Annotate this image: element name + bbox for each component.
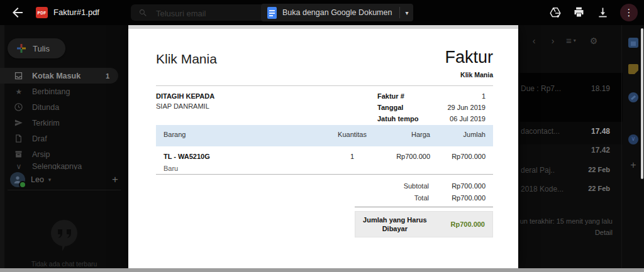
calendar-icon[interactable]	[628, 38, 638, 48]
keep-icon[interactable]	[628, 64, 638, 74]
email-row[interactable]: Due : Rp7... 18.19	[518, 84, 621, 93]
newer-icon[interactable]: ‹	[525, 36, 543, 46]
send-icon	[14, 118, 24, 128]
item-name: TL - WA5210G	[164, 153, 337, 160]
file-title: Faktur#1.pdf	[53, 0, 99, 25]
email-row[interactable]: dacontact... 17.48	[518, 127, 621, 136]
total-row: Total Rp700.000	[156, 194, 493, 202]
print-icon[interactable]	[572, 6, 586, 19]
item-description: Baru	[164, 165, 337, 172]
email-row[interactable]: deral Paj.. 22 Feb	[518, 166, 621, 175]
compose-plus-icon	[16, 43, 26, 53]
archive-icon	[14, 150, 24, 160]
sidebar-item-more[interactable]: ∨ Selengkapnya	[0, 163, 118, 170]
mail-list-pane: ‹ › ≡ ▾ ⚙ Due : Rp7... 18.19 dacontact..…	[518, 25, 644, 268]
inbox-icon	[14, 71, 24, 81]
invoice-number-row: Faktur # 1	[377, 92, 493, 100]
chat-empty-text: Tidak ada chat terbaru	[0, 260, 128, 268]
hangouts-icon	[48, 219, 80, 253]
activity-detail-link[interactable]: Detail	[518, 229, 621, 236]
selected-email-row[interactable]	[518, 73, 623, 122]
invoice-title: Faktur	[445, 48, 493, 67]
chevron-down-icon: ∨	[14, 163, 24, 170]
density-icon[interactable]: ≡	[566, 35, 572, 46]
chevron-down-icon: ▾	[48, 177, 52, 183]
avatar	[10, 172, 25, 187]
email-row[interactable]: 17.42	[518, 146, 621, 155]
add-to-drive-icon[interactable]	[548, 6, 562, 19]
more-options-icon[interactable]: ⋮	[620, 4, 638, 21]
pdf-page: Klik Mania Faktur Klik Mania DITAGIH KEP…	[128, 25, 518, 268]
sidebar-item-starred[interactable]: ★ Berbintang	[0, 84, 118, 99]
sidebar-item-sent[interactable]: Terkirim	[0, 115, 118, 131]
amount-due-label: Jumlah yang Harus Dibayar	[355, 215, 435, 234]
list-toolbar: ‹ › ≡ ▾ ⚙	[525, 35, 597, 46]
clock-icon	[14, 102, 24, 112]
invoice: Klik Mania Faktur Klik Mania DITAGIH KEP…	[156, 25, 493, 268]
sidebar-item-snoozed[interactable]: Ditunda	[0, 99, 118, 115]
chevron-down-icon[interactable]: ▾	[574, 38, 576, 43]
gmail-pdf-preview-screen: PDF Faktur#1.pdf Buka dengan Google Doku…	[0, 0, 644, 272]
tasks-icon[interactable]	[628, 92, 638, 102]
open-with-google-docs-button[interactable]: Buka dengan Google Dokumen ▾	[261, 4, 413, 21]
item-qty: 1	[337, 153, 367, 174]
gmail-sidebar: Tulis Kotak Masuk 1 ★ Berbintang	[0, 25, 128, 268]
addon-panel: ∨ +	[621, 25, 644, 268]
billed-to-label: DITAGIH KEPADA	[156, 92, 214, 100]
account-name: Leo	[31, 175, 44, 184]
divider	[355, 207, 493, 207]
divider	[156, 85, 493, 86]
divider	[399, 7, 400, 18]
inbox-count-badge: 1	[106, 72, 118, 80]
amount-due-value: Rp700.000	[435, 220, 492, 228]
scrollbar[interactable]	[641, 28, 643, 179]
table-header: Barang Kuantitas Harga Jumlah	[156, 125, 493, 146]
star-icon: ★	[14, 87, 24, 97]
item-price: Rp700.000	[367, 153, 430, 174]
get-addons-icon[interactable]: +	[628, 160, 638, 171]
last-activity-text: un terakhir: 15 menit yang lalu	[518, 217, 621, 225]
back-icon[interactable]	[10, 5, 25, 20]
toolbar-actions: ⋮	[548, 0, 638, 25]
invoice-company: Klik Mania	[156, 52, 217, 67]
invoice-date-row: Tanggal 29 Jun 2019	[377, 104, 493, 111]
compose-button[interactable]: Tulis	[8, 38, 65, 58]
chat-account-row[interactable]: Leo ▾ +	[0, 171, 128, 188]
contacts-addon-icon[interactable]: ∨	[628, 134, 638, 144]
sidebar-item-inbox[interactable]: Kotak Masuk 1	[0, 68, 118, 84]
compose-label: Tulis	[33, 44, 50, 53]
draft-icon	[14, 134, 24, 144]
sidebar-item-archive[interactable]: Arsip	[0, 146, 118, 162]
sidebar-item-drafts[interactable]: Draf	[0, 131, 118, 146]
subtotal-row: Subtotal Rp700.000	[156, 182, 493, 190]
online-status-dot	[19, 181, 26, 188]
download-icon[interactable]	[596, 6, 610, 19]
table-row: TL - WA5210G Baru 1 Rp700.000 Rp700.000	[156, 149, 493, 175]
gear-icon[interactable]: ⚙	[590, 36, 598, 46]
window-bottom-edge	[0, 268, 644, 272]
older-icon[interactable]: ›	[543, 36, 562, 46]
amount-due-box: Jumlah yang Harus Dibayar Rp700.000	[355, 211, 493, 237]
preview-toolbar: PDF Faktur#1.pdf Buka dengan Google Doku…	[0, 0, 644, 25]
email-row[interactable]: 2018 Kode... 22 Feb	[518, 185, 621, 193]
pdf-file-icon: PDF	[36, 7, 48, 18]
billed-to-name: SIAP DANRAMIL	[156, 102, 209, 110]
chevron-down-icon[interactable]: ▾	[405, 9, 408, 16]
invoice-due-date-row: Jatuh tempo 06 Jul 2019	[377, 115, 493, 122]
search-icon	[138, 8, 148, 18]
new-chat-icon[interactable]: +	[112, 173, 118, 186]
divider	[8, 190, 121, 190]
invoice-subtitle: Klik Mania	[460, 71, 493, 79]
google-docs-icon	[267, 7, 277, 19]
sidebar-menu: Kotak Masuk 1 ★ Berbintang Ditunda	[0, 68, 118, 170]
item-amount: Rp700.000	[430, 153, 486, 174]
